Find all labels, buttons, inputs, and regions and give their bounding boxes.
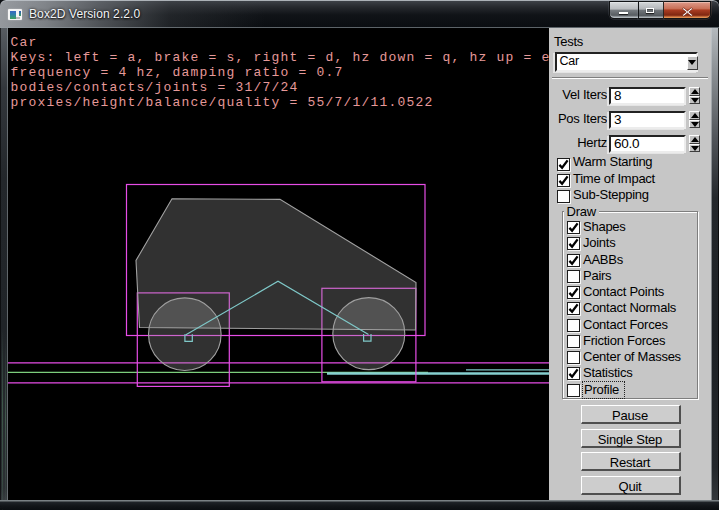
svg-text:Car: Car <box>11 35 38 50</box>
svg-text:frequency = 4 hz, damping rati: frequency = 4 hz, damping ratio = 0.7 <box>11 65 344 80</box>
svg-text:proxies/height/balance/quality: proxies/height/balance/quality = 55/7/1/… <box>11 95 434 110</box>
svg-text:Keys: left = a, brake = s, rig: Keys: left = a, brake = s, right = d, hz… <box>11 50 550 65</box>
svg-text:bodies/contacts/joints = 31/7/: bodies/contacts/joints = 31/7/24 <box>11 80 299 95</box>
